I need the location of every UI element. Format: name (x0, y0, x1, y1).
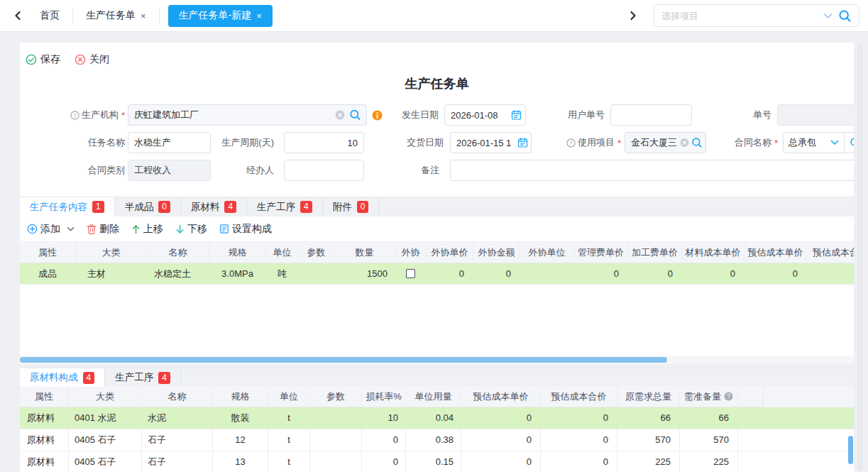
remark-input[interactable] (450, 160, 854, 181)
cell-unit-usage: 0.04 (406, 407, 461, 429)
col-header: 单位 (268, 386, 310, 407)
search-icon[interactable] (691, 137, 703, 148)
project-label-group: ? 使用项目* (534, 132, 621, 153)
task-name-input[interactable] (128, 132, 211, 153)
cell-param (310, 407, 362, 429)
col-header-filler (738, 386, 764, 407)
project-label: 使用项目 (578, 136, 615, 149)
col-header: 大类 (76, 242, 147, 263)
cell-unit: t (268, 407, 310, 429)
delete-button[interactable]: 删除 (87, 223, 119, 236)
search-icon[interactable] (349, 109, 361, 121)
tab-attachments[interactable]: 附件 0 (323, 197, 380, 216)
cell-mgmt-price: 0 (574, 263, 628, 284)
cycle-input[interactable] (284, 132, 364, 153)
cell-spec: 3.0MPa (209, 263, 266, 284)
contract-search-button[interactable] (845, 133, 854, 153)
table-header-row: 属性 大类 名称 规格 单位 参数 损耗率% 单位用量 预估成本单价 预估成本合… (20, 386, 854, 407)
tab-label: 生产工序 (115, 371, 153, 384)
table-row[interactable]: 原材料 0405 石子 石子 12 t 0 0.38 0 0 570 570 (20, 429, 854, 451)
contract-select-group: 总承包 (783, 132, 854, 153)
col-header: 参数 (299, 242, 334, 263)
cell-loss: 0 (362, 451, 406, 472)
tab-close-icon[interactable]: × (141, 11, 146, 21)
col-header: 名称 (147, 242, 209, 263)
cell-req-total: 225 (617, 451, 680, 472)
col-header: 规格 (213, 386, 268, 407)
tabs-scroll-right-icon[interactable] (624, 6, 642, 25)
cell-prep-qty: 66 (680, 407, 738, 429)
move-up-label: 上移 (143, 223, 163, 236)
cell-est-cost-total (807, 263, 854, 284)
cell-est-total: 0 (541, 451, 617, 472)
set-composition-button[interactable]: 设置构成 (219, 223, 272, 236)
col-header: 管理费单价 (574, 242, 628, 263)
tab-process-composition[interactable]: 生产工序 4 (105, 368, 181, 387)
org-input[interactable] (128, 104, 367, 126)
clear-icon[interactable] (335, 110, 345, 120)
horizontal-scrollbar (20, 356, 854, 364)
document-toolbar: 保存 关闭 (26, 50, 854, 69)
cell-attr: 成品 (20, 263, 76, 284)
cell-param (310, 429, 362, 451)
move-up-button[interactable]: 上移 (131, 223, 163, 236)
info-icon[interactable] (372, 110, 383, 121)
cell-name: 石子 (142, 429, 213, 451)
document-panel: 保存 关闭 生产任务单 ? 生产机构* (20, 43, 854, 364)
save-button[interactable]: 保存 (26, 53, 60, 66)
contract-select-value: 总承包 (789, 136, 816, 149)
add-button[interactable]: 添加 (27, 223, 75, 236)
remark-label: 备注 (364, 160, 439, 181)
tab-home[interactable]: 首页 (27, 0, 72, 32)
tab-divider (159, 9, 160, 23)
horizontal-scrollbar-thumb[interactable] (20, 357, 667, 363)
calendar-icon[interactable] (511, 110, 522, 121)
tabs-scroll-left-icon[interactable] (9, 6, 27, 25)
tab-semi-finished[interactable]: 半成品 0 (115, 197, 181, 216)
delete-label: 删除 (99, 223, 119, 236)
clear-icon[interactable] (680, 138, 689, 148)
cell-est-price: 0 (461, 429, 541, 451)
col-header: 预估成本单价 (461, 386, 541, 407)
project-select-input[interactable] (661, 11, 818, 21)
move-down-button[interactable]: 下移 (175, 223, 207, 236)
tab-processes[interactable]: 生产工序 4 (247, 197, 323, 216)
col-header: 规格 (209, 242, 266, 263)
contract-select[interactable]: 总承包 (784, 133, 844, 153)
col-header: 外协单价 (427, 242, 473, 263)
handler-input[interactable] (284, 160, 364, 181)
tab-production-task-new[interactable]: 生产任务单-新建 × (168, 5, 273, 27)
cell-attr: 原材料 (20, 429, 69, 451)
project-selector[interactable] (654, 4, 859, 27)
tab-production-task-list[interactable]: 生产任务单 × (73, 0, 159, 32)
doc-no-input (777, 104, 854, 126)
cell-est-price: 0 (461, 407, 541, 429)
calendar-icon[interactable] (517, 138, 528, 148)
table-row-selected[interactable]: 原材料 0401 水泥 水泥 散装 t 10 0.04 0 0 66 66 (20, 407, 854, 429)
tab-label: 生产任务单-新建 (179, 9, 252, 22)
tab-close-icon[interactable]: × (256, 11, 262, 21)
vertical-scrollbar-thumb[interactable] (848, 436, 853, 464)
cell-out-unit (520, 263, 574, 284)
count-badge: 0 (158, 201, 170, 213)
help-circle-icon: ? (70, 111, 79, 120)
tab-task-content[interactable]: 生产任务内容 1 (20, 197, 115, 216)
search-icon (850, 137, 855, 148)
user-no-input[interactable] (610, 104, 692, 126)
tab-label: 半成品 (125, 201, 154, 214)
cell-spec: 12 (213, 429, 268, 451)
close-button[interactable]: 关闭 (75, 53, 109, 66)
table-row-selected[interactable]: 成品 主材 水稳定土 3.0MPa 吨 1500 0 0 0 0 0 0 (20, 263, 854, 285)
tab-raw-materials[interactable]: 原材料 4 (181, 197, 247, 216)
tab-home-label: 首页 (40, 9, 60, 22)
chevron-down-icon[interactable] (823, 13, 833, 19)
required-asterisk: * (617, 138, 621, 148)
cell-category: 主材 (76, 263, 147, 284)
cell-req-total: 570 (617, 429, 680, 451)
search-icon[interactable] (838, 9, 852, 23)
col-header: 数量 (334, 242, 395, 263)
outsource-checkbox[interactable] (406, 269, 415, 278)
table-row[interactable]: 原材料 0405 石子 石子 13 t 0 0.15 0 0 225 225 (20, 451, 854, 472)
col-header-prep: 需准备量 ? (680, 386, 738, 407)
tab-material-composition[interactable]: 原材料构成 4 (20, 368, 105, 387)
